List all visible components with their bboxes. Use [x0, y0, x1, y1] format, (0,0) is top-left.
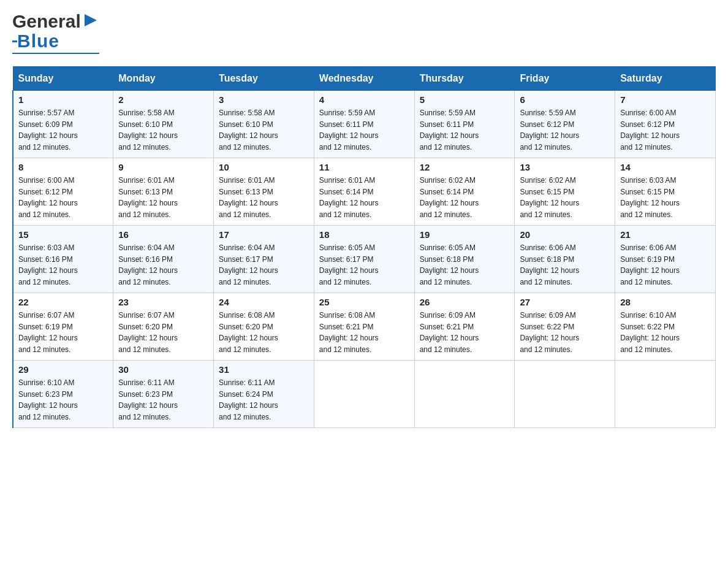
day-info: Sunrise: 5:57 AMSunset: 6:09 PMDaylight:…: [18, 107, 108, 153]
calendar-cell: 29Sunrise: 6:10 AMSunset: 6:23 PMDayligh…: [13, 361, 113, 428]
day-number: 20: [520, 229, 610, 240]
calendar-cell: [615, 361, 716, 428]
calendar-cell: 17Sunrise: 6:04 AMSunset: 6:17 PMDayligh…: [214, 226, 314, 293]
day-number: 15: [18, 229, 108, 240]
day-number: 8: [18, 162, 108, 172]
calendar-cell: 9Sunrise: 6:01 AMSunset: 6:13 PMDaylight…: [113, 158, 214, 226]
calendar-week-2: 8Sunrise: 6:00 AMSunset: 6:12 PMDaylight…: [13, 158, 716, 226]
day-number: 28: [620, 297, 710, 307]
day-info: Sunrise: 6:08 AMSunset: 6:20 PMDaylight:…: [219, 310, 309, 355]
calendar-cell: 21Sunrise: 6:06 AMSunset: 6:19 PMDayligh…: [615, 226, 716, 293]
day-number: 29: [18, 364, 108, 375]
calendar-cell: 3Sunrise: 5:58 AMSunset: 6:10 PMDaylight…: [214, 91, 314, 158]
logo-triangle-icon: [82, 12, 99, 29]
calendar-cell: 16Sunrise: 6:04 AMSunset: 6:16 PMDayligh…: [113, 226, 214, 293]
svg-marker-0: [85, 14, 97, 26]
day-info: Sunrise: 6:11 AMSunset: 6:24 PMDaylight:…: [219, 377, 309, 423]
day-info: Sunrise: 5:58 AMSunset: 6:10 PMDaylight:…: [219, 107, 309, 153]
calendar-cell: 28Sunrise: 6:10 AMSunset: 6:22 PMDayligh…: [615, 293, 716, 361]
calendar-cell: 30Sunrise: 6:11 AMSunset: 6:23 PMDayligh…: [113, 361, 214, 428]
calendar-cell: 22Sunrise: 6:07 AMSunset: 6:19 PMDayligh…: [13, 293, 113, 361]
day-info: Sunrise: 6:07 AMSunset: 6:19 PMDaylight:…: [18, 310, 108, 355]
calendar-cell: 15Sunrise: 6:03 AMSunset: 6:16 PMDayligh…: [13, 226, 113, 293]
day-info: Sunrise: 6:01 AMSunset: 6:13 PMDaylight:…: [118, 175, 208, 220]
day-info: Sunrise: 6:09 AMSunset: 6:21 PMDaylight:…: [420, 310, 510, 355]
day-number: 22: [18, 297, 108, 307]
header-sunday: Sunday: [13, 67, 113, 91]
day-info: Sunrise: 6:03 AMSunset: 6:15 PMDaylight:…: [620, 175, 710, 220]
day-info: Sunrise: 6:04 AMSunset: 6:17 PMDaylight:…: [219, 242, 309, 288]
day-info: Sunrise: 6:10 AMSunset: 6:23 PMDaylight:…: [18, 377, 108, 423]
day-number: 19: [420, 229, 510, 240]
day-number: 13: [520, 162, 610, 172]
day-info: Sunrise: 6:03 AMSunset: 6:16 PMDaylight:…: [18, 242, 108, 288]
day-info: Sunrise: 6:08 AMSunset: 6:21 PMDaylight:…: [319, 310, 409, 355]
calendar-cell: 7Sunrise: 6:00 AMSunset: 6:12 PMDaylight…: [615, 91, 716, 158]
calendar-cell: 4Sunrise: 5:59 AMSunset: 6:11 PMDaylight…: [314, 91, 414, 158]
calendar-cell: 10Sunrise: 6:01 AMSunset: 6:13 PMDayligh…: [214, 158, 314, 226]
day-info: Sunrise: 5:59 AMSunset: 6:11 PMDaylight:…: [319, 107, 409, 153]
day-info: Sunrise: 5:59 AMSunset: 6:11 PMDaylight:…: [420, 107, 510, 153]
calendar-cell: 11Sunrise: 6:01 AMSunset: 6:14 PMDayligh…: [314, 158, 414, 226]
calendar-cell: 18Sunrise: 6:05 AMSunset: 6:17 PMDayligh…: [314, 226, 414, 293]
day-number: 11: [319, 162, 409, 172]
logo: General Blue: [12, 12, 99, 54]
day-number: 14: [620, 162, 710, 172]
day-info: Sunrise: 6:06 AMSunset: 6:19 PMDaylight:…: [620, 242, 710, 288]
calendar-week-1: 1Sunrise: 5:57 AMSunset: 6:09 PMDaylight…: [13, 91, 716, 158]
day-number: 25: [319, 297, 409, 307]
day-number: 16: [118, 229, 208, 240]
header-monday: Monday: [113, 67, 214, 91]
day-number: 23: [118, 297, 208, 307]
day-info: Sunrise: 5:59 AMSunset: 6:12 PMDaylight:…: [520, 107, 610, 153]
day-info: Sunrise: 6:01 AMSunset: 6:13 PMDaylight:…: [219, 175, 309, 220]
day-number: 17: [219, 229, 309, 240]
calendar-cell: 24Sunrise: 6:08 AMSunset: 6:20 PMDayligh…: [214, 293, 314, 361]
logo-blue: Blue: [17, 31, 59, 52]
day-number: 10: [219, 162, 309, 172]
day-number: 9: [118, 162, 208, 172]
day-number: 2: [118, 94, 208, 105]
calendar-cell: 23Sunrise: 6:07 AMSunset: 6:20 PMDayligh…: [113, 293, 214, 361]
header-friday: Friday: [515, 67, 615, 91]
header-saturday: Saturday: [615, 67, 716, 91]
calendar-cell: 14Sunrise: 6:03 AMSunset: 6:15 PMDayligh…: [615, 158, 716, 226]
calendar-cell: 20Sunrise: 6:06 AMSunset: 6:18 PMDayligh…: [515, 226, 615, 293]
day-info: Sunrise: 6:00 AMSunset: 6:12 PMDaylight:…: [18, 175, 108, 220]
day-info: Sunrise: 6:05 AMSunset: 6:18 PMDaylight:…: [420, 242, 510, 288]
day-info: Sunrise: 6:02 AMSunset: 6:15 PMDaylight:…: [520, 175, 610, 220]
day-number: 30: [118, 364, 208, 375]
day-number: 18: [319, 229, 409, 240]
day-number: 7: [620, 94, 710, 105]
calendar-cell: 5Sunrise: 5:59 AMSunset: 6:11 PMDaylight…: [414, 91, 515, 158]
calendar-cell: 19Sunrise: 6:05 AMSunset: 6:18 PMDayligh…: [414, 226, 515, 293]
header-tuesday: Tuesday: [214, 67, 314, 91]
day-info: Sunrise: 6:09 AMSunset: 6:22 PMDaylight:…: [520, 310, 610, 355]
day-info: Sunrise: 6:00 AMSunset: 6:12 PMDaylight:…: [620, 107, 710, 153]
day-info: Sunrise: 5:58 AMSunset: 6:10 PMDaylight:…: [118, 107, 208, 153]
day-number: 6: [520, 94, 610, 105]
calendar-cell: 1Sunrise: 5:57 AMSunset: 6:09 PMDaylight…: [13, 91, 113, 158]
header-thursday: Thursday: [414, 67, 515, 91]
calendar-week-5: 29Sunrise: 6:10 AMSunset: 6:23 PMDayligh…: [13, 361, 716, 428]
day-info: Sunrise: 6:07 AMSunset: 6:20 PMDaylight:…: [118, 310, 208, 355]
day-number: 26: [420, 297, 510, 307]
header-wednesday: Wednesday: [314, 67, 414, 91]
day-info: Sunrise: 6:02 AMSunset: 6:14 PMDaylight:…: [420, 175, 510, 220]
calendar-cell: 12Sunrise: 6:02 AMSunset: 6:14 PMDayligh…: [414, 158, 515, 226]
calendar-cell: [515, 361, 615, 428]
calendar-header-row: SundayMondayTuesdayWednesdayThursdayFrid…: [13, 67, 716, 91]
day-number: 5: [420, 94, 510, 105]
calendar-table: SundayMondayTuesdayWednesdayThursdayFrid…: [12, 66, 716, 428]
day-number: 21: [620, 229, 710, 240]
calendar-cell: 25Sunrise: 6:08 AMSunset: 6:21 PMDayligh…: [314, 293, 414, 361]
calendar-cell: 13Sunrise: 6:02 AMSunset: 6:15 PMDayligh…: [515, 158, 615, 226]
calendar-week-3: 15Sunrise: 6:03 AMSunset: 6:16 PMDayligh…: [13, 226, 716, 293]
day-info: Sunrise: 6:01 AMSunset: 6:14 PMDaylight:…: [319, 175, 409, 220]
day-number: 27: [520, 297, 610, 307]
day-number: 31: [219, 364, 309, 375]
day-info: Sunrise: 6:05 AMSunset: 6:17 PMDaylight:…: [319, 242, 409, 288]
calendar-cell: [414, 361, 515, 428]
calendar-cell: 27Sunrise: 6:09 AMSunset: 6:22 PMDayligh…: [515, 293, 615, 361]
calendar-cell: 31Sunrise: 6:11 AMSunset: 6:24 PMDayligh…: [214, 361, 314, 428]
